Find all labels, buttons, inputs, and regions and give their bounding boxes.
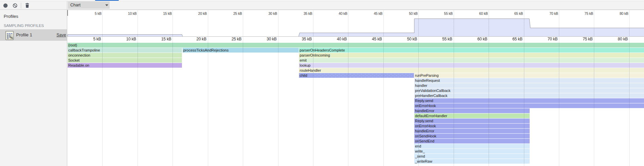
svg-text:%: % xyxy=(10,36,13,40)
